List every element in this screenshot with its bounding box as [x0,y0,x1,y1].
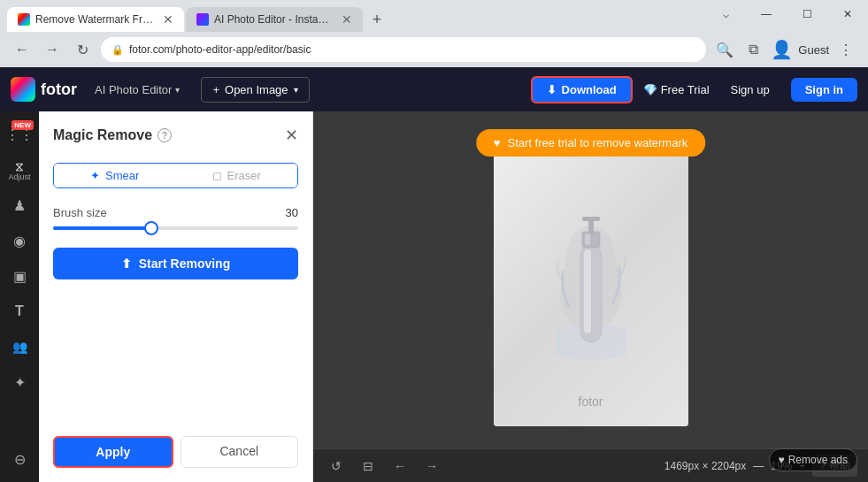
panel-help-button[interactable]: ? [157,128,172,142]
tab-favicon-instant [196,13,209,26]
free-trial-label: Free Trial [661,83,710,96]
people-icon: 👥 [12,340,27,354]
sidebar-tool-people[interactable]: 👥 [4,331,35,363]
smear-icon: ✦ [90,169,100,182]
panel-close-button[interactable]: ✕ [285,126,298,145]
plus-icon: + [212,83,219,96]
download-button[interactable]: ⬇ Download [531,76,633,103]
heart-icon-ads: ♥ [779,454,785,466]
tab-instant-photo[interactable]: AI Photo Editor - Instant Photo E ✕ [186,7,363,32]
sidebar-tool-crop[interactable]: ▣ [4,260,35,292]
apply-button[interactable]: Apply [53,436,173,468]
reload-button[interactable]: ↻ [71,38,94,61]
heart-icon: ♥ [494,136,501,149]
smear-mode-button[interactable]: ✦ Smear [54,164,176,187]
start-removing-label: Start Removing [139,256,230,271]
split-view-icon[interactable]: ⧉ [741,38,764,61]
panel-title: Magic Remove ? [53,127,172,143]
fotor-watermark: fotor [578,394,603,409]
tab-close-2[interactable]: ✕ [342,12,352,27]
start-removing-button[interactable]: ⬆ Start Removing [53,248,298,279]
open-image-label: Open Image [225,83,288,96]
watermark-banner-text: Start free trial to remove watermark [507,136,687,149]
watermark-banner[interactable]: ♥ Start free trial to remove watermark [476,129,705,157]
fotor-logo-text: fotor [41,80,77,99]
eraser-icon: ◻ [212,169,222,182]
open-image-button[interactable]: + Open Image ▾ [201,77,309,103]
main-content: ⋮⋮ NEW ⧖ Adjust ♟ ◉ ▣ T 👥 ✦ ⊖ [0,111,868,482]
menu-icon[interactable]: ⋮ [834,38,857,61]
image-size: 1469px × 2204px [664,460,746,472]
product-svg [556,192,626,369]
chevron-down-button[interactable]: ⌵ [705,0,746,28]
apply-label: Apply [96,445,130,459]
smear-label: Smear [105,169,139,182]
window-controls: ⌵ — ☐ ✕ [705,0,868,28]
panel-title-text: Magic Remove [53,127,152,143]
minimize-button[interactable]: — [746,0,787,28]
free-trial-button[interactable]: 💎 Free Trial [643,83,710,96]
svg-rect-6 [582,217,600,221]
sidebar-tool-eye[interactable]: ◉ [4,225,35,256]
remove-ads-button[interactable]: ♥ Remove ads [769,448,858,471]
sidebar-tool-adjust[interactable]: ⧖ Adjust [4,154,35,186]
profile-icon[interactable]: 👤 [770,38,793,61]
redo-tool[interactable]: → [419,454,444,478]
signup-label: Sign up [731,83,770,96]
fotor-logo-icon [11,77,35,102]
search-icon[interactable]: 🔍 [713,38,736,61]
close-button[interactable]: ✕ [827,0,868,28]
svg-rect-4 [585,233,590,245]
eraser-mode-button[interactable]: ◻ Eraser [176,164,298,187]
brush-size-row: Brush size 30 [53,206,298,219]
brush-size-label: Brush size [53,206,107,219]
zoom-minus-button[interactable]: — [753,460,764,472]
sidebar-tool-circle[interactable]: ⊖ [4,443,35,475]
sidebar-tool-person[interactable]: ♟ [4,189,35,221]
eye-icon: ◉ [13,233,26,249]
product-container [494,134,688,426]
brush-size-slider[interactable] [53,226,298,230]
panel-header: Magic Remove ? ✕ [53,126,298,145]
sidebar-tool-effects[interactable]: ✦ [4,366,35,398]
tab-title-2: AI Photo Editor - Instant Photo E [214,13,333,26]
brush-size-value: 30 [286,206,298,219]
undo-tool[interactable]: ← [388,454,412,478]
lock-icon: 🔒 [111,44,124,56]
start-removing-icon: ⬆ [121,256,132,271]
sidebar-tool-grid[interactable]: ⋮⋮ NEW [4,119,35,150]
guest-label: Guest [798,43,829,57]
new-tab-button[interactable]: + [365,7,389,32]
new-badge: NEW [12,120,34,130]
tab-remove-watermark[interactable]: Remove Watermark From Photo ✕ [7,7,184,32]
effects-icon: ✦ [14,374,26,391]
signin-label: Sign in [805,83,843,96]
signin-button[interactable]: Sign in [791,78,857,102]
address-input[interactable]: 🔒 fotor.com/photo-editor-app/editor/basi… [101,37,706,62]
sidebar-tool-text[interactable]: T [4,295,35,327]
address-bar: ← → ↻ 🔒 fotor.com/photo-editor-app/edito… [0,32,868,67]
circle-icon: ⊖ [14,451,26,468]
ai-photo-editor-menu[interactable]: AI Photo Editor ▾ [88,80,187,100]
svg-rect-2 [584,249,591,333]
cancel-button[interactable]: Cancel [181,436,299,468]
signup-button[interactable]: Sign up [720,78,780,102]
tab-close-1[interactable]: ✕ [163,12,173,27]
left-sidebar: ⋮⋮ NEW ⧖ Adjust ♟ ◉ ▣ T 👥 ✦ ⊖ [0,111,39,482]
aspect-ratio-tool[interactable]: ⊟ [356,454,380,478]
forward-button[interactable]: → [41,38,64,61]
product-photo: fotor [494,134,688,426]
diamond-icon: 💎 [643,83,657,96]
maximize-button[interactable]: ☐ [787,0,827,28]
address-text: fotor.com/photo-editor-app/editor/basic [129,43,311,56]
chevron-down-icon: ▾ [175,85,180,95]
person-icon: ♟ [13,197,26,214]
rotate-tool[interactable]: ↺ [324,454,349,478]
ai-photo-editor-label: AI Photo Editor [95,83,172,96]
tab-favicon-fotor [18,13,30,26]
fotor-logo: fotor [11,77,77,102]
canvas-content[interactable]: ♥ Start free trial to remove watermark [313,111,868,448]
back-button[interactable]: ← [11,38,34,61]
eraser-label: Eraser [227,169,261,182]
tab-title-1: Remove Watermark From Photo [35,13,154,26]
